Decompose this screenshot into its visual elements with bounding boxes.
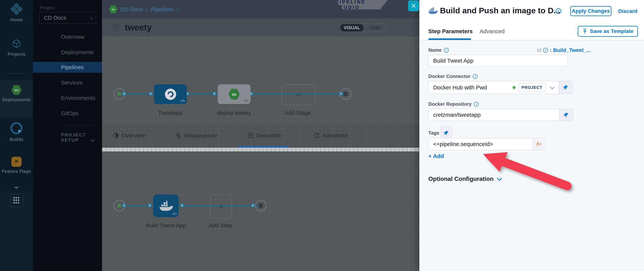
add-step-button[interactable]: + [210, 194, 232, 218]
sidebar-item-services[interactable]: Services [33, 77, 102, 88]
nav-divider [61, 125, 96, 126]
breadcrumb-separator: › [146, 6, 148, 13]
project-setup-toggle[interactable]: PROJECT SETUP [61, 132, 102, 143]
link-port [149, 92, 153, 96]
project-setup-label: PROJECT SETUP [61, 132, 86, 143]
breadcrumb-separator: › [177, 6, 179, 13]
link-port [180, 203, 184, 207]
sidebar-item-projects[interactable]: Projects [0, 39, 33, 57]
tab-infrastructure[interactable]: Infrastructure [175, 132, 217, 139]
breadcrumb-link-pipelines[interactable]: Pipelines [151, 6, 174, 13]
step-node-build-tweet-app[interactable]: </> [153, 194, 178, 217]
runtime-pin-section[interactable] [559, 81, 572, 94]
project-section-label: Project [40, 5, 55, 11]
active-tab-underline [238, 146, 289, 147]
add-stage-button[interactable]: + [282, 84, 316, 106]
sidebar-item-builds[interactable]: Builds [0, 122, 33, 142]
step-id: Id i : Build_Tweet_... [537, 47, 591, 53]
execution-tab-icon [247, 132, 254, 139]
save-as-template-button[interactable]: Save as Template [578, 26, 638, 37]
tab-advanced[interactable]: Advanced [314, 132, 348, 139]
info-icon[interactable]: i [444, 48, 449, 53]
info-icon[interactable]: i [473, 74, 478, 79]
discard-button[interactable]: Discard [618, 8, 638, 14]
id-label: Id [537, 47, 541, 53]
toggle-visual[interactable]: VISUAL [340, 24, 364, 32]
sidebar-item-home[interactable]: Home [0, 5, 33, 23]
optional-configuration-toggle[interactable]: Optional Configuration [428, 175, 501, 182]
stage-tab-bar: Overview › Infrastructure › Execution › … [102, 124, 419, 148]
link-port [148, 203, 152, 207]
rail-item-label: Home [0, 17, 33, 23]
info-icon[interactable]: i [474, 102, 479, 107]
rail-more-chevron[interactable] [0, 187, 33, 190]
step-title: Build and Push an image to D... [440, 6, 560, 15]
overview-tab-icon [113, 132, 119, 139]
project-selector[interactable]: CD Docs › [39, 12, 96, 24]
tab-overview[interactable]: Overview [113, 132, 145, 139]
sidebar-item-pipelines[interactable]: Pipelines [33, 62, 102, 73]
repository-value: cretzman/tweetapp [433, 112, 480, 118]
edit-pencil-icon[interactable] [158, 24, 166, 33]
pipeline-studio-ribbon: PIPELINE STUDIO [336, 0, 388, 9]
sidebar-item-feature-flags[interactable]: ⚑ Feature Flags [0, 157, 33, 174]
sidebar-item-gitops[interactable]: GitOps [33, 108, 102, 119]
pin-icon [563, 112, 569, 118]
tag-value: <+pipeline.sequenceId> [433, 141, 493, 147]
apply-changes-button[interactable]: Apply Changes [570, 6, 612, 16]
deployments-module-icon: ∞ [109, 5, 118, 14]
stage-label: Add Stage [284, 110, 311, 116]
id-value[interactable]: : Build_Tweet_... [550, 47, 591, 53]
link-port [212, 92, 216, 96]
sidebar-item-deployments[interactable]: ∞ Deployments [0, 85, 33, 102]
deployments-icon: ∞ [11, 85, 22, 95]
tab-label: Advanced [322, 132, 348, 139]
active-tab-underline [428, 39, 471, 40]
sidebar-item-deployments-nav[interactable]: Deployments [33, 47, 102, 58]
apps-grid-button[interactable] [10, 194, 23, 207]
sidebar-item-overview[interactable]: Overview [33, 32, 102, 42]
exec-end-node [255, 200, 266, 211]
breadcrumb-link-project[interactable]: CD Docs [120, 6, 143, 13]
connector-status-dot [512, 86, 516, 89]
stop-icon [259, 203, 263, 208]
pipeline-name: tweety [125, 22, 152, 33]
stage-node-deploy-tweety[interactable]: ∞ </> [218, 84, 250, 104]
link-port [122, 92, 126, 96]
toggle-yaml[interactable]: YAML [364, 24, 387, 32]
tab-step-parameters[interactable]: Step Parameters [428, 28, 473, 35]
docker-repository-label: Docker Repositoryi [428, 101, 479, 107]
project-sidebar: Project CD Docs › Overview Deployments P… [33, 0, 102, 271]
docker-repository-field[interactable]: cretzman/tweetapp [428, 109, 573, 121]
stage-node-tweetapp[interactable]: </> [154, 84, 187, 104]
tag-input-row[interactable]: <+pipeline.sequenceId> f(x) [428, 138, 545, 150]
builds-icon [10, 122, 22, 134]
close-icon: × [411, 1, 416, 11]
drawer-header: Build and Push an image to D... i Apply … [419, 0, 644, 23]
rail-item-label: Projects [0, 52, 33, 57]
runtime-pin-section[interactable] [559, 109, 573, 121]
info-icon[interactable]: i [543, 48, 548, 53]
drawer-tabs: Step Parameters Advanced Save as Templat… [419, 22, 644, 41]
expression-fx-button[interactable]: f(x) [533, 138, 545, 150]
pipeline-end-node [340, 88, 352, 100]
scope-tag: PROJECT [518, 83, 546, 92]
docker-connector-select[interactable]: Docker Hub with Pwd PROJECT [428, 81, 573, 94]
pin-icon [563, 85, 568, 90]
sidebar-item-environments[interactable]: Environments [33, 93, 102, 103]
tab-execution[interactable]: Execution [247, 132, 281, 139]
ribbon-label: PIPELINE STUDIO [336, 0, 388, 10]
info-icon[interactable]: i [556, 8, 561, 14]
feature-flags-icon: ⚑ [12, 157, 22, 167]
play-icon [118, 91, 122, 97]
chevron-down-icon [550, 85, 554, 89]
step-connector-line [124, 205, 262, 206]
add-tag-link[interactable]: + Add [428, 153, 444, 159]
link-port [122, 203, 126, 207]
step-label: Build Tweet App [146, 222, 186, 229]
name-input[interactable] [428, 55, 568, 67]
project-selector-value: CD Docs [44, 15, 90, 21]
optional-configuration-label: Optional Configuration [428, 175, 494, 182]
close-drawer-button[interactable]: × [408, 0, 419, 11]
tab-advanced[interactable]: Advanced [480, 28, 504, 35]
